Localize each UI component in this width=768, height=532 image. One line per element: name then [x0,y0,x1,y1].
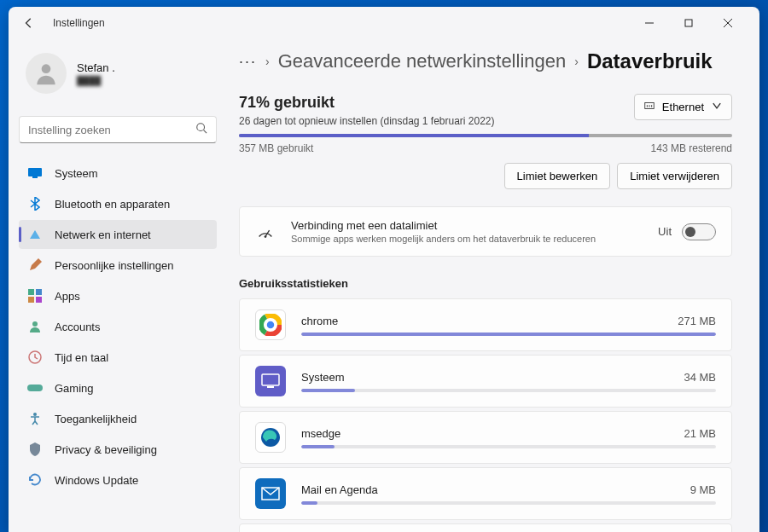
usage-progress-fill [239,134,589,137]
stat-name: chrome [301,315,338,327]
chevron-right-icon: › [265,55,270,68]
sidebar-item-label: Systeem [55,167,98,180]
usage-progress-bar [239,134,732,137]
page-title: Dataverbruik [587,49,713,73]
svg-rect-10 [36,289,42,295]
avatar [26,53,67,94]
stat-item[interactable]: Mail en Agenda9 MB [239,467,732,520]
stat-fill [301,332,716,336]
chevron-down-icon [711,100,723,114]
sidebar-item-personalize[interactable]: Persoonlijke instellingen [19,251,217,280]
sidebar-item-gaming[interactable]: Gaming [19,373,217,402]
usage-progress-labels: 357 MB gebruikt 143 MB resterend [239,142,732,154]
sidebar-item-accessibility[interactable]: Toegankelijkheid [19,404,217,433]
svg-rect-11 [28,297,34,303]
breadcrumb-more-icon[interactable]: ··· [239,53,257,71]
mail-app-icon [255,478,286,509]
apps-icon [27,288,43,304]
stat-bar [301,445,716,448]
stat-name: Mail en Agenda [301,483,378,496]
nav: SysteemBluetooth en apparatenNetwerk en … [19,159,217,494]
ethernet-icon [643,100,655,114]
accounts-icon [27,319,43,334]
usage-remaining-label: 143 MB resterend [651,142,732,154]
svg-point-13 [32,321,38,327]
sidebar-item-label: Netwerk en internet [55,228,151,241]
personalize-icon [27,257,43,273]
edge-app-icon [255,422,286,453]
search-input[interactable] [28,124,195,136]
accessibility-icon [27,411,43,426]
svg-point-22 [265,235,267,238]
sidebar-item-system[interactable]: Systeem [19,159,217,188]
stat-fill [301,445,335,448]
usage-reset-subtitle: 26 dagen tot opnieuw instellen (dinsdag … [239,115,495,127]
sidebar-item-label: Apps [55,290,80,303]
sidebar-item-bluetooth[interactable]: Bluetooth en apparaten [19,189,217,218]
sidebar-item-time[interactable]: Tijd en taal [19,343,217,372]
svg-rect-12 [36,297,42,303]
svg-rect-1 [685,20,692,26]
stat-item[interactable]: TMicrosoft Teams7 MB [239,523,732,532]
svg-point-16 [33,413,37,416]
sidebar-item-update[interactable]: Windows Update [19,466,217,494]
maximize-button[interactable] [669,9,708,37]
stat-bar [301,332,716,336]
metered-state-label: Uit [658,225,672,238]
connection-selector[interactable]: Ethernet [634,94,732,120]
stat-amount: 9 MB [690,483,716,496]
stat-amount: 21 MB [684,427,716,440]
search-box[interactable] [19,116,217,143]
metered-toggle[interactable] [682,223,716,240]
stat-name: msedge [301,427,340,440]
close-button[interactable] [708,9,748,37]
limit-buttons: Limiet bewerken Limiet verwijderen [239,163,732,189]
window-controls [630,9,748,37]
gaming-icon [27,380,43,396]
sidebar-item-accounts[interactable]: Accounts [19,312,217,341]
sidebar-item-apps[interactable]: Apps [19,281,217,310]
metered-title: Verbinding met een datalimiet [291,219,658,232]
svg-rect-8 [32,176,38,178]
svg-rect-29 [262,374,279,385]
remove-limit-button[interactable]: Limiet verwijderen [617,163,732,189]
user-email: ████ [77,76,115,85]
stat-item[interactable]: chrome271 MB [239,298,732,351]
sidebar-item-privacy[interactable]: Privacy & beveiliging [19,435,217,464]
usage-used-label: 357 MB gebruikt [239,142,313,154]
search-icon [195,122,207,137]
user-name: Stefan . [77,61,115,74]
sidebar-item-network[interactable]: Netwerk en internet [19,220,217,249]
svg-rect-7 [28,168,42,176]
network-icon [27,227,43,242]
sidebar-item-label: Toegankelijkheid [55,413,137,425]
sidebar-item-label: Persoonlijke instellingen [55,259,173,272]
chevron-right-icon: › [574,55,579,68]
back-button[interactable] [20,14,38,32]
stat-name: Systeem [301,371,345,384]
stat-item[interactable]: msedge21 MB [239,411,732,464]
main-panel: ··· › Geavanceerde netwerkinstellingen ›… [227,39,759,532]
user-account-row[interactable]: Stefan . ████ [19,46,217,101]
svg-line-6 [204,130,207,134]
time-icon [27,350,43,365]
stats-list: chrome271 MBSysteem34 MBmsedge21 MBMail … [239,298,732,532]
usage-header: 71% gebruikt 26 dagen tot opnieuw instel… [239,94,732,127]
svg-rect-15 [27,385,43,391]
stat-item[interactable]: Systeem34 MB [239,355,732,408]
edit-limit-button[interactable]: Limiet bewerken [504,163,611,189]
svg-point-4 [42,64,51,73]
content: Stefan . ████ SysteemBluetooth en appara… [9,39,759,532]
stat-amount: 271 MB [678,315,716,327]
svg-rect-30 [267,386,274,388]
minimize-button[interactable] [630,9,669,37]
breadcrumb: ··· › Geavanceerde netwerkinstellingen ›… [239,49,732,73]
stats-section-title: Gebruiksstatistieken [239,277,732,290]
stat-bar [301,389,716,392]
system-app-icon [255,366,286,396]
breadcrumb-parent[interactable]: Geavanceerde netwerkinstellingen [278,50,567,72]
usage-percent-title: 71% gebruikt [239,94,495,112]
chrome-app-icon [255,309,286,340]
settings-window: Instellingen Stefan . ████ SysteemBlue [9,7,759,532]
window-title: Instellingen [53,17,105,29]
